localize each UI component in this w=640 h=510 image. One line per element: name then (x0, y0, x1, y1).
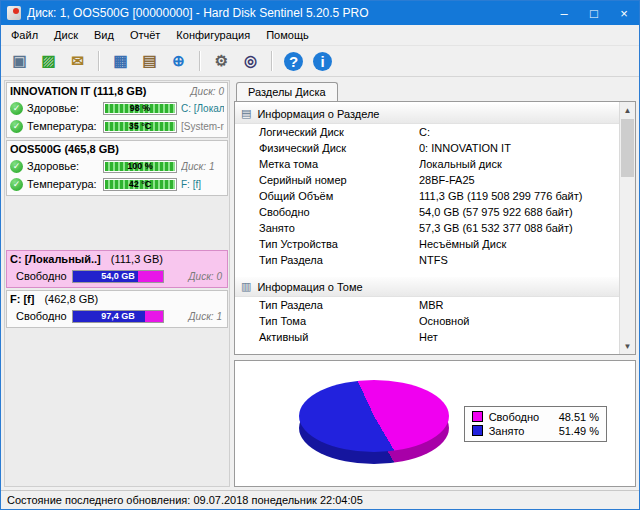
disk-header: INNOVATION IT (111,8 GB) Диск: 0 (10, 85, 224, 97)
info-value: NTFS (419, 254, 619, 266)
disk-partitions-text: F: [f] (181, 179, 224, 190)
info-row: Метка тома Локальный диск (235, 156, 619, 172)
health-row: ✓ Здоровье: 98 % C: [Локальн... (10, 99, 224, 117)
cd-disc-icon[interactable]: ◎ (237, 49, 264, 74)
settings-gear-icon[interactable]: ⚙ (208, 49, 235, 74)
disk-name: OOS500G (465,8 GB) (10, 143, 220, 155)
menu-bar: Файл Диск Вид Отчёт Конфигурация Помощь (1, 25, 639, 46)
section-title: Информация о Томе (257, 281, 362, 293)
info-value: 111,3 GB (119 508 299 776 байт) (419, 190, 619, 202)
info-row: Тип Раздела NTFS (235, 252, 619, 268)
info-row: Серийный номер 28BF-FA25 (235, 172, 619, 188)
help-icon[interactable]: ? (280, 49, 307, 74)
usage-chart-panel: Свободно 48.51 % Занято 51.49 % (234, 360, 636, 487)
temperature-ok-icon: ✓ (10, 120, 23, 133)
section-header: ▤ Информация о Разделе (235, 104, 619, 124)
partition-info-panel: ▤ Информация о Разделе Логический Диск C… (234, 101, 636, 355)
disk-number-label: Диск: 0 (191, 86, 224, 97)
info-rows: Тип Раздела MBR Тип Тома Основной Активн… (235, 297, 619, 345)
scroll-up-arrow-icon[interactable]: ▲ (620, 102, 635, 118)
info-row: Свободно 54,0 GB (57 975 922 688 байт) (235, 204, 619, 220)
health-ok-icon: ✓ (10, 102, 23, 115)
status-bar: Состояние последнего обновления: 09.07.2… (1, 490, 639, 509)
disk-overview-icon[interactable]: ▣ (6, 49, 33, 74)
disk-number-label: Диск: 0 (168, 271, 224, 282)
email-report-icon[interactable]: ✉ (64, 49, 91, 74)
menu-item[interactable]: Конфигурация (168, 26, 258, 44)
scroll-down-arrow-icon[interactable]: ▼ (620, 338, 635, 354)
window-controls: – □ × (549, 1, 639, 25)
partition-panel-c[interactable]: C: [Локальный..] (111,3 GB) Свободно 54,… (6, 250, 228, 288)
info-key: Свободно (259, 206, 419, 218)
info-value: C: (419, 126, 619, 138)
info-key: Занято (259, 222, 419, 234)
section-title: Информация о Разделе (257, 108, 379, 120)
info-value: Нет (419, 331, 619, 343)
close-button[interactable]: × (609, 1, 639, 25)
info-row: Активный Нет (235, 329, 619, 345)
partition-panel-f[interactable]: F: [f] (462,8 GB) Свободно 97,4 GB Диск:… (6, 290, 228, 328)
info-value: 0: INNOVATION IT (419, 142, 619, 154)
save-report-icon[interactable]: ▤ (136, 49, 163, 74)
tab-disk-partitions[interactable]: Разделы Диска (236, 82, 338, 101)
info-key: Тип Раздела (259, 299, 419, 311)
toolbar-separator (271, 51, 273, 71)
info-key: Серийный номер (259, 174, 419, 186)
info-row: Физический Диск 0: INNOVATION IT (235, 140, 619, 156)
menu-item[interactable]: Вид (86, 26, 122, 44)
legend-color-swatch (472, 411, 483, 422)
partition-header: C: [Локальный..] (111,3 GB) (10, 253, 224, 265)
surface-test-icon[interactable]: ▦ (107, 49, 134, 74)
window-title: Диск: 1, OOS500G [00000000] - Hard Disk … (27, 6, 549, 20)
info-row: Тип Устройства Несъёмный Диск (235, 236, 619, 252)
temperature-row: ✓ Температура: 42 °C F: [f] (10, 175, 224, 193)
sidebar: INNOVATION IT (111,8 GB) Диск: 0 ✓ Здоро… (4, 80, 230, 487)
menu-item[interactable]: Диск (46, 26, 86, 44)
vertical-scrollbar[interactable]: ▲ ▼ (619, 102, 635, 354)
chart-legend: Свободно 48.51 % Занято 51.49 % (464, 406, 607, 442)
partition-section-icon: ▤ (241, 107, 251, 120)
info-row: Логический Диск C: (235, 124, 619, 140)
info-value: 57,3 GB (61 532 377 088 байт) (419, 222, 619, 234)
temperature-ok-icon: ✓ (10, 178, 23, 191)
menu-item[interactable]: Файл (3, 26, 46, 44)
disk-panel-1[interactable]: OOS500G (465,8 GB) ✓ Здоровье: 100 % Дис… (6, 140, 228, 196)
menu-item[interactable]: Отчёт (122, 26, 168, 44)
partition-header: F: [f] (462,8 GB) (10, 293, 224, 305)
health-row: ✓ Здоровье: 100 % Диск: 1 (10, 157, 224, 175)
maximize-button[interactable]: □ (579, 1, 609, 25)
section-volume-info: ▥ Информация о Томе Тип Раздела MBR Тип … (235, 277, 619, 345)
legend-value: 51.49 % (559, 425, 599, 437)
disk-partitions-text: [System-res... (181, 121, 224, 132)
app-window: Диск: 1, OOS500G [00000000] - Hard Disk … (0, 0, 640, 510)
section-partition-info: ▤ Информация о Разделе Логический Диск C… (235, 104, 619, 268)
app-icon (7, 6, 21, 20)
partition-usage-bar: 97,4 GB (72, 310, 164, 323)
info-key: Активный (259, 331, 419, 343)
section-header: ▥ Информация о Томе (235, 277, 619, 297)
disk-health-icon[interactable]: ▨ (35, 49, 62, 74)
legend-label: Занято (489, 425, 553, 437)
temperature-label: Температура: (27, 120, 99, 132)
info-value: Локальный диск (419, 158, 619, 170)
disk-partitions-text: C: [Локальн... (181, 103, 224, 114)
temperature-row: ✓ Температура: 35 °C [System-res... (10, 117, 224, 135)
pie-chart (299, 380, 449, 468)
minimize-button[interactable]: – (549, 1, 579, 25)
disk-name: INNOVATION IT (111,8 GB) (10, 85, 187, 97)
menu-item[interactable]: Помощь (258, 26, 317, 44)
info-row: Тип Раздела MBR (235, 297, 619, 313)
disk-panel-0[interactable]: INNOVATION IT (111,8 GB) Диск: 0 ✓ Здоро… (6, 82, 228, 138)
info-icon[interactable]: i (309, 49, 336, 74)
disk-header: OOS500G (465,8 GB) (10, 143, 224, 155)
info-value: 28BF-FA25 (419, 174, 619, 186)
legend-color-swatch (472, 425, 483, 436)
web-globe-icon[interactable]: ⊕ (165, 49, 192, 74)
scrollbar-thumb[interactable] (621, 119, 634, 177)
toolbar-separator (98, 51, 100, 71)
free-label: Свободно (10, 270, 68, 282)
content-area: INNOVATION IT (111,8 GB) Диск: 0 ✓ Здоро… (1, 77, 639, 490)
partition-usage-bar: 54,0 GB (72, 270, 164, 283)
info-key: Метка тома (259, 158, 419, 170)
health-ok-icon: ✓ (10, 160, 23, 173)
